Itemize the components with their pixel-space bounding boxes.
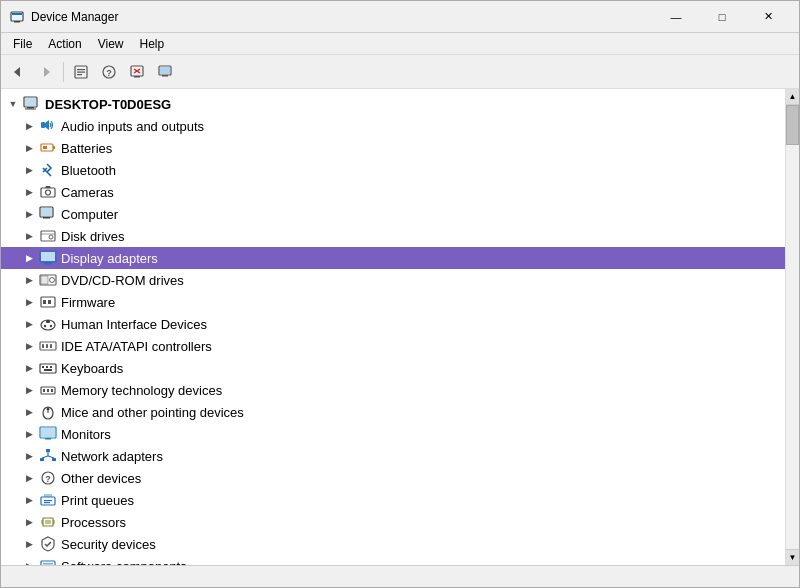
- expand-icon-cameras: ▶: [21, 184, 37, 200]
- svg-rect-56: [50, 366, 52, 368]
- properties-button[interactable]: [68, 59, 94, 85]
- tree-item-print[interactable]: ▶Print queues: [1, 489, 785, 511]
- expand-icon-audio: ▶: [21, 118, 37, 134]
- expand-icon-processors: ▶: [21, 514, 37, 530]
- device-icon-mice: [39, 404, 57, 420]
- svg-point-34: [49, 235, 53, 239]
- tree-item-keyboards[interactable]: ▶Keyboards: [1, 357, 785, 379]
- expand-icon-ide: ▶: [21, 338, 37, 354]
- help-button[interactable]: ?: [96, 59, 122, 85]
- svg-rect-26: [43, 146, 47, 149]
- scroll-thumb[interactable]: [786, 105, 799, 145]
- expand-icon-network: ▶: [21, 448, 37, 464]
- uninstall-button[interactable]: [124, 59, 150, 85]
- expand-icon-batteries: ▶: [21, 140, 37, 156]
- menu-action[interactable]: Action: [40, 35, 89, 53]
- tree-root[interactable]: ▼ DESKTOP-T0D0ESG: [1, 93, 785, 115]
- item-label-computer: Computer: [61, 207, 118, 222]
- svg-point-48: [50, 325, 52, 327]
- svg-rect-36: [41, 252, 55, 261]
- menu-bar: File Action View Help: [1, 33, 799, 55]
- scroll-down-button[interactable]: ▼: [786, 549, 799, 565]
- device-icon-hid: [39, 316, 57, 332]
- item-label-audio: Audio inputs and outputs: [61, 119, 204, 134]
- svg-rect-7: [77, 69, 85, 70]
- device-icon-audio: [39, 118, 57, 134]
- device-icon-keyboards: [39, 360, 57, 376]
- scrollbar[interactable]: ▲ ▼: [785, 89, 799, 565]
- svg-rect-43: [43, 300, 46, 304]
- item-label-batteries: Batteries: [61, 141, 112, 156]
- tree-items-container: ▶Audio inputs and outputs▶Batteries▶Blue…: [1, 115, 785, 565]
- device-icon-cameras: [39, 184, 57, 200]
- tree-item-display[interactable]: ▶Display adapters: [1, 247, 785, 269]
- tree-item-processors[interactable]: ▶Processors: [1, 511, 785, 533]
- tree-item-ide[interactable]: ▶IDE ATA/ATAPI controllers: [1, 335, 785, 357]
- expand-icon-bluetooth: ▶: [21, 162, 37, 178]
- device-tree[interactable]: ▼ DESKTOP-T0D0ESG ▶Audio inputs and outp…: [1, 89, 785, 565]
- toolbar: ?: [1, 55, 799, 89]
- svg-rect-9: [77, 74, 82, 75]
- tree-item-network[interactable]: ▶Network adapters: [1, 445, 785, 467]
- minimize-button[interactable]: —: [653, 1, 699, 33]
- svg-rect-1: [14, 21, 20, 23]
- scan-button[interactable]: [152, 59, 178, 85]
- tree-item-other[interactable]: ▶?Other devices: [1, 467, 785, 489]
- tree-item-dvd[interactable]: ▶DVD/CD-ROM drives: [1, 269, 785, 291]
- tree-item-audio[interactable]: ▶Audio inputs and outputs: [1, 115, 785, 137]
- tree-item-monitors[interactable]: ▶Monitors: [1, 423, 785, 445]
- device-icon-softcomp: [39, 558, 57, 565]
- tree-item-computer[interactable]: ▶Computer: [1, 203, 785, 225]
- tree-item-security[interactable]: ▶Security devices: [1, 533, 785, 555]
- device-icon-computer: [39, 206, 57, 222]
- device-icon-display: [39, 250, 57, 266]
- menu-view[interactable]: View: [90, 35, 132, 53]
- toolbar-sep-1: [63, 62, 64, 82]
- svg-rect-44: [48, 300, 51, 304]
- device-icon-memtech: [39, 382, 57, 398]
- item-label-cameras: Cameras: [61, 185, 114, 200]
- item-label-network: Network adapters: [61, 449, 163, 464]
- expand-icon-disk: ▶: [21, 228, 37, 244]
- menu-file[interactable]: File: [5, 35, 40, 53]
- root-label: DESKTOP-T0D0ESG: [45, 97, 171, 112]
- tree-item-hid[interactable]: ▶Human Interface Devices: [1, 313, 785, 335]
- svg-rect-46: [46, 320, 50, 323]
- scroll-up-button[interactable]: ▲: [786, 89, 799, 105]
- svg-rect-69: [40, 458, 44, 461]
- svg-rect-51: [46, 344, 48, 348]
- svg-point-41: [50, 278, 55, 283]
- svg-point-64: [47, 408, 50, 411]
- svg-rect-33: [41, 233, 55, 235]
- svg-rect-61: [51, 389, 53, 392]
- menu-help[interactable]: Help: [132, 35, 173, 53]
- tree-item-memtech[interactable]: ▶Memory technology devices: [1, 379, 785, 401]
- tree-item-bluetooth[interactable]: ▶Bluetooth: [1, 159, 785, 181]
- window-title: Device Manager: [31, 10, 653, 24]
- close-button[interactable]: ✕: [745, 1, 791, 33]
- tree-item-mice[interactable]: ▶Mice and other pointing devices: [1, 401, 785, 423]
- maximize-button[interactable]: □: [699, 1, 745, 33]
- tree-item-softcomp[interactable]: ▶Software components: [1, 555, 785, 565]
- svg-rect-30: [41, 208, 52, 216]
- item-label-memtech: Memory technology devices: [61, 383, 222, 398]
- expand-icon-security: ▶: [21, 536, 37, 552]
- tree-item-cameras[interactable]: ▶Cameras: [1, 181, 785, 203]
- expand-icon-firmware: ▶: [21, 294, 37, 310]
- device-icon-disk: [39, 228, 57, 244]
- expand-icon-mice: ▶: [21, 404, 37, 420]
- tree-item-batteries[interactable]: ▶Batteries: [1, 137, 785, 159]
- forward-button[interactable]: [33, 59, 59, 85]
- tree-item-firmware[interactable]: ▶Firmware: [1, 291, 785, 313]
- scroll-track[interactable]: [786, 105, 799, 549]
- back-button[interactable]: [5, 59, 31, 85]
- status-bar: [1, 565, 799, 587]
- svg-rect-20: [25, 98, 36, 106]
- device-icon-security: [39, 536, 57, 552]
- svg-rect-81: [45, 520, 51, 524]
- svg-rect-59: [43, 389, 45, 392]
- svg-marker-4: [14, 67, 20, 77]
- device-icon-monitors: [39, 426, 57, 442]
- root-expand-icon: ▼: [5, 96, 21, 112]
- tree-item-disk[interactable]: ▶Disk drives: [1, 225, 785, 247]
